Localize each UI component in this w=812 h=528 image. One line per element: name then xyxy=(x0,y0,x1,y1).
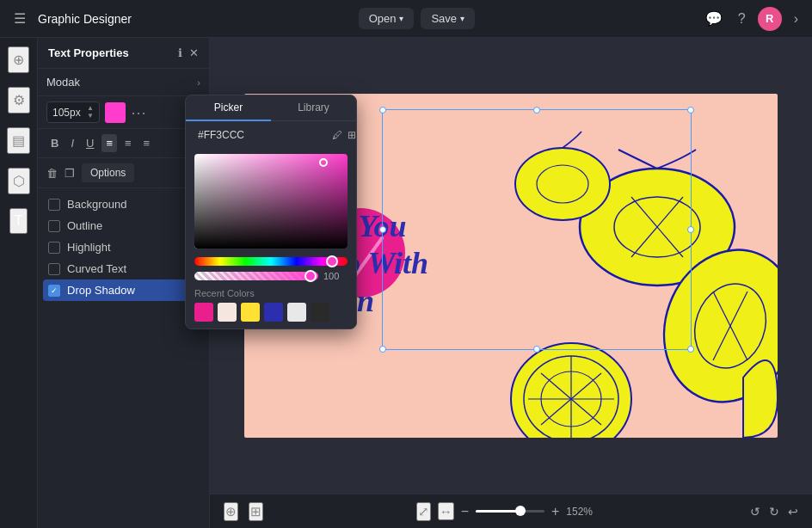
panel-title: Text Properties xyxy=(48,46,129,59)
bottom-bar: ⊕ ⊞ ⤢ ↔ − + 152% ↺ ↻ ↩ xyxy=(210,494,812,528)
fit-screen-icon[interactable]: ⤢ xyxy=(416,502,431,521)
background-label: Background xyxy=(67,198,126,211)
delete-icon[interactable]: 🗑 xyxy=(46,167,58,180)
tab-library[interactable]: Library xyxy=(271,95,356,120)
history-icon[interactable]: ↩ xyxy=(788,505,798,519)
eyedropper-icon[interactable]: 🖊 xyxy=(332,129,342,141)
bold-button[interactable]: B xyxy=(46,134,63,152)
panel-header: Text Properties ℹ ✕ xyxy=(38,38,209,69)
font-size-input[interactable] xyxy=(52,107,83,119)
help-icon[interactable]: ? xyxy=(735,8,749,30)
underline-button[interactable]: U xyxy=(82,134,98,152)
gradient-handle[interactable] xyxy=(319,158,328,167)
drop-shadow-checkbox-item[interactable]: Drop Shadow xyxy=(43,279,204,301)
bottom-center: ⤢ ↔ − + 152% xyxy=(416,502,598,521)
save-caret-icon: ▾ xyxy=(460,14,464,23)
chevron-right-icon[interactable]: › xyxy=(790,8,802,30)
sidebar-move-icon[interactable]: ⊕ xyxy=(8,46,29,73)
undo-icon[interactable]: ↺ xyxy=(750,505,760,519)
outline-label: Outline xyxy=(67,219,102,232)
duplicate-icon[interactable]: ❐ xyxy=(65,167,75,180)
panel-info-icon[interactable]: ℹ xyxy=(178,46,182,59)
sidebar-icons: ⊕ ⚙ ▤ ⬡ T xyxy=(0,38,38,528)
font-size-input-wrap: ▲ ▼ xyxy=(46,101,100,123)
align-left-button[interactable]: ≡ xyxy=(102,134,117,152)
background-checkbox-item[interactable]: Background xyxy=(38,193,209,215)
size-arrows: ▲ ▼ xyxy=(87,105,94,120)
zoom-in-button[interactable]: + xyxy=(551,504,559,519)
fit-width-icon[interactable]: ↔ xyxy=(438,502,454,520)
size-down-icon[interactable]: ▼ xyxy=(87,113,94,120)
zoom-level: 152% xyxy=(566,506,597,518)
curved-text-label: Curved Text xyxy=(67,262,126,275)
sidebar-text-icon[interactable]: T xyxy=(9,208,28,234)
recent-color-3[interactable] xyxy=(241,303,260,322)
zoom-thumb[interactable] xyxy=(515,506,526,516)
text-style-row: B I U ≡ ≡ ≡ xyxy=(38,129,209,158)
options-button[interactable]: Options xyxy=(82,163,134,182)
size-up-icon[interactable]: ▲ xyxy=(87,105,94,112)
recent-colors-label: Recent Colors xyxy=(194,288,348,298)
align-right-button[interactable]: ≡ xyxy=(139,134,155,152)
recent-color-4[interactable] xyxy=(264,303,283,322)
tab-picker[interactable]: Picker xyxy=(186,95,271,121)
zoom-track xyxy=(476,510,517,513)
grid-view-icon[interactable]: ⊞ xyxy=(249,502,263,521)
alpha-slider-wrap: 100 xyxy=(186,269,356,285)
svg-point-5 xyxy=(515,148,610,220)
font-row[interactable]: Modak › xyxy=(38,69,209,96)
chat-icon[interactable]: 💬 xyxy=(702,7,726,30)
highlight-label: Highlight xyxy=(67,241,111,254)
hue-handle[interactable] xyxy=(326,255,338,267)
hex-input[interactable] xyxy=(198,129,327,141)
avatar[interactable]: R xyxy=(758,7,782,31)
layers-icon[interactable]: ⊕ xyxy=(224,502,238,521)
gradient-canvas-wrap[interactable] xyxy=(186,149,356,254)
color-swatch[interactable] xyxy=(105,102,126,123)
drop-shadow-label: Drop Shadow xyxy=(67,284,135,297)
size-color-row: ▲ ▼ ⋯ xyxy=(38,96,209,129)
more-options-icon[interactable]: ⋯ xyxy=(131,103,146,122)
alpha-row: 100 xyxy=(194,271,348,281)
grid-icon[interactable]: ⊞ xyxy=(348,129,356,141)
left-panel: Text Properties ℹ ✕ Modak › ▲ ▼ ⋯ xyxy=(38,38,210,528)
open-button[interactable]: Open ▾ xyxy=(359,8,415,29)
recent-color-6[interactable] xyxy=(311,303,329,322)
redo-icon[interactable]: ↻ xyxy=(769,505,779,519)
curved-text-checkbox[interactable] xyxy=(48,263,60,275)
sidebar-elements-icon[interactable]: ⬡ xyxy=(8,168,30,194)
sidebar-layers-icon[interactable]: ▤ xyxy=(7,127,30,154)
outline-checkbox[interactable] xyxy=(48,220,60,232)
alpha-slider[interactable] xyxy=(194,272,318,280)
color-picker-popup: Picker Library 🖊 ⊞ + xyxy=(185,95,357,329)
topbar: ☰ Graphic Designer Open ▾ Save ▾ 💬 ? R › xyxy=(0,0,812,38)
curved-text-checkbox-item[interactable]: Curved Text xyxy=(38,258,209,279)
align-center-button[interactable]: ≡ xyxy=(120,134,136,152)
topbar-right: 💬 ? R › xyxy=(702,7,802,31)
recent-color-1[interactable] xyxy=(194,303,213,322)
italic-button[interactable]: I xyxy=(66,134,78,152)
hamburger-icon[interactable]: ☰ xyxy=(10,7,29,30)
main-layout: ⊕ ⚙ ▤ ⬡ T Text Properties ℹ ✕ Modak › ▲ xyxy=(0,38,812,528)
gradient-canvas[interactable] xyxy=(194,154,348,249)
panel-close-icon[interactable]: ✕ xyxy=(189,46,199,59)
bottom-left: ⊕ ⊞ xyxy=(224,502,263,521)
topbar-center: Open ▾ Save ▾ xyxy=(359,8,475,29)
recent-colors-row xyxy=(194,303,348,322)
font-arrow-icon: › xyxy=(197,77,200,88)
sidebar-adjust-icon[interactable]: ⚙ xyxy=(8,87,30,114)
hue-slider[interactable] xyxy=(194,257,348,266)
save-button[interactable]: Save ▾ xyxy=(421,8,475,29)
outline-checkbox-item[interactable]: Outline xyxy=(38,215,209,236)
recent-color-2[interactable] xyxy=(218,303,237,322)
background-checkbox[interactable] xyxy=(48,199,60,211)
drop-shadow-checkbox[interactable] xyxy=(48,285,60,297)
checkbox-list: Background Outline Highlight Curved Text… xyxy=(38,188,209,306)
recent-color-5[interactable] xyxy=(287,303,306,322)
highlight-checkbox-item[interactable]: Highlight xyxy=(38,236,209,258)
alpha-handle[interactable] xyxy=(304,270,317,282)
highlight-checkbox[interactable] xyxy=(48,242,60,254)
zoom-out-button[interactable]: − xyxy=(461,504,469,519)
app-title: Graphic Designer xyxy=(38,12,132,26)
zoom-slider[interactable] xyxy=(476,510,544,513)
